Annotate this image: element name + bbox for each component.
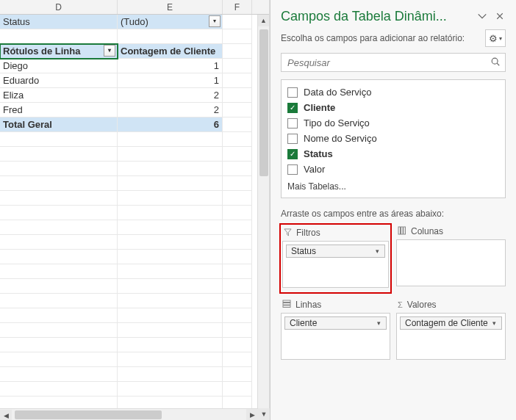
chevron-down-icon[interactable]: ▾: [374, 319, 384, 327]
chevron-down-icon[interactable]: [473, 7, 491, 25]
field-token-contagem[interactable]: Contagem de Cliente ▾: [400, 316, 502, 330]
empty-cell[interactable]: [0, 176, 118, 191]
empty-cell[interactable]: [223, 264, 252, 279]
empty-cell[interactable]: [118, 367, 223, 382]
total-label-cell[interactable]: Total Geral: [0, 117, 118, 132]
field-item[interactable]: Cliente: [282, 100, 505, 115]
empty-cell[interactable]: [223, 367, 252, 382]
empty-cell[interactable]: [223, 382, 252, 397]
checkbox[interactable]: [287, 149, 298, 159]
scroll-thumb[interactable]: [15, 410, 162, 419]
field-token-status[interactable]: Status ▾: [286, 245, 385, 258]
checkbox[interactable]: [287, 87, 298, 98]
empty-cell[interactable]: [0, 132, 118, 147]
empty-cell[interactable]: [223, 220, 252, 235]
empty-cell[interactable]: [0, 250, 118, 264]
empty-cell[interactable]: [223, 162, 252, 176]
scroll-right-button[interactable]: ▶: [246, 409, 258, 420]
area-values-well[interactable]: Contagem de Cliente ▾: [396, 313, 506, 360]
empty-cell[interactable]: [118, 132, 223, 147]
empty-cell[interactable]: [118, 162, 223, 176]
search-input-container[interactable]: [281, 53, 506, 72]
empty-cell[interactable]: [118, 250, 223, 264]
filter-value-cell[interactable]: (Tudo) ▾: [118, 15, 223, 29]
empty-cell[interactable]: [223, 338, 252, 352]
empty-cell[interactable]: [223, 44, 252, 59]
area-rows-well[interactable]: Cliente ▾: [281, 313, 390, 360]
empty-cell[interactable]: [223, 176, 252, 191]
empty-cell[interactable]: [118, 220, 223, 235]
options-button[interactable]: ⚙▾: [485, 29, 506, 47]
empty-cell[interactable]: [223, 132, 252, 147]
checkbox[interactable]: [287, 118, 298, 128]
filter-dropdown-button[interactable]: ▾: [209, 15, 221, 27]
value-cell[interactable]: 2: [118, 103, 223, 117]
empty-cell[interactable]: [0, 279, 118, 294]
empty-cell[interactable]: [118, 206, 223, 220]
empty-cell[interactable]: [0, 367, 118, 382]
empty-cell[interactable]: [118, 279, 223, 294]
field-item[interactable]: Data do Serviço: [282, 84, 505, 100]
field-item[interactable]: Status: [282, 146, 505, 162]
column-header-e[interactable]: E: [118, 0, 223, 14]
row-labels-dropdown-button[interactable]: ▾: [104, 45, 115, 57]
scroll-thumb[interactable]: [259, 29, 268, 176]
empty-cell[interactable]: [223, 147, 252, 162]
row-label-cell[interactable]: Eliza: [0, 88, 118, 103]
empty-cell[interactable]: [223, 323, 252, 338]
scroll-down-button[interactable]: ▼: [258, 408, 270, 420]
empty-cell[interactable]: [118, 235, 223, 250]
value-cell[interactable]: 2: [118, 88, 223, 103]
empty-cell[interactable]: [0, 220, 118, 235]
column-header-f[interactable]: F: [223, 0, 252, 14]
area-columns-well[interactable]: [396, 239, 506, 286]
row-label-cell[interactable]: Eduardo: [0, 73, 118, 88]
empty-cell[interactable]: [118, 338, 223, 352]
empty-cell[interactable]: [0, 352, 118, 367]
empty-cell[interactable]: [0, 206, 118, 220]
column-header-d[interactable]: D: [0, 0, 118, 14]
empty-cell[interactable]: [0, 147, 118, 162]
empty-cell[interactable]: [118, 264, 223, 279]
empty-cell[interactable]: [118, 323, 223, 338]
empty-cell[interactable]: [223, 279, 252, 294]
empty-cell[interactable]: [223, 29, 252, 44]
field-item[interactable]: Valor: [282, 162, 505, 177]
total-value-cell[interactable]: 6: [118, 117, 223, 132]
checkbox[interactable]: [287, 103, 298, 113]
empty-cell[interactable]: [0, 191, 118, 206]
search-input[interactable]: [286, 57, 490, 69]
chevron-down-icon[interactable]: ▾: [490, 319, 499, 327]
empty-cell[interactable]: [223, 191, 252, 206]
empty-cell[interactable]: [0, 323, 118, 338]
empty-cell[interactable]: [223, 117, 252, 132]
empty-cell[interactable]: [0, 338, 118, 352]
more-tables-link[interactable]: Mais Tabelas...: [282, 177, 505, 193]
empty-cell[interactable]: [223, 294, 252, 308]
row-label-cell[interactable]: Diego: [0, 59, 118, 73]
empty-cell[interactable]: [118, 352, 223, 367]
scroll-left-button[interactable]: ◀: [0, 410, 12, 420]
empty-cell[interactable]: [0, 308, 118, 323]
empty-cell[interactable]: [223, 206, 252, 220]
close-icon[interactable]: [491, 7, 509, 25]
empty-cell[interactable]: [0, 264, 118, 279]
filter-label-cell[interactable]: Status: [0, 15, 118, 29]
empty-cell[interactable]: [0, 294, 118, 308]
scroll-up-button[interactable]: ▲: [258, 15, 269, 26]
empty-cell[interactable]: [0, 235, 118, 250]
empty-cell[interactable]: [118, 29, 223, 44]
field-token-cliente[interactable]: Cliente ▾: [284, 316, 387, 330]
checkbox[interactable]: [287, 164, 298, 175]
empty-cell[interactable]: [118, 147, 223, 162]
empty-cell[interactable]: [223, 250, 252, 264]
area-filters-well[interactable]: Status ▾: [282, 241, 389, 288]
empty-cell[interactable]: [223, 59, 252, 73]
vertical-scrollbar[interactable]: ▲ ▼: [257, 15, 269, 420]
empty-cell[interactable]: [223, 235, 252, 250]
empty-cell[interactable]: [223, 308, 252, 323]
checkbox[interactable]: [287, 134, 298, 144]
empty-cell[interactable]: [0, 382, 118, 397]
chevron-down-icon[interactable]: ▾: [373, 247, 382, 255]
empty-cell[interactable]: [223, 88, 252, 103]
